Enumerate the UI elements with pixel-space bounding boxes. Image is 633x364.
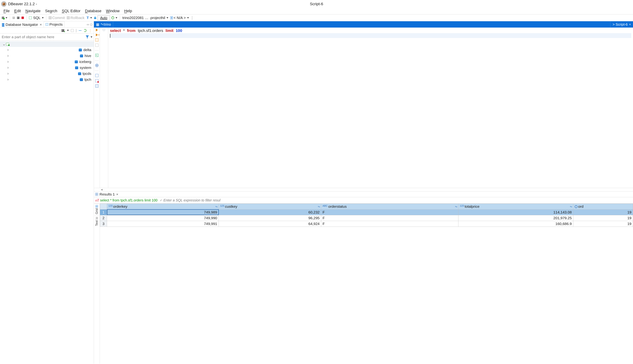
- tx-mode-button[interactable]: T: [86, 15, 93, 20]
- tree-item[interactable]: delta: [0, 47, 94, 53]
- cell[interactable]: 749,990: [107, 215, 219, 221]
- cell[interactable]: 64,924: [219, 221, 321, 226]
- menu-edit[interactable]: Edit: [14, 9, 21, 13]
- row-number[interactable]: 2: [100, 215, 107, 221]
- reconnect-button[interactable]: [16, 16, 20, 19]
- cell[interactable]: 201,979.25: [458, 215, 573, 221]
- chevron-right-icon[interactable]: [7, 66, 74, 70]
- cell[interactable]: 19: [573, 209, 633, 215]
- expand-filter-icon[interactable]: ⤢: [159, 199, 163, 202]
- maximize-view-icon[interactable]: ▢: [90, 23, 92, 26]
- results-side-tab-grid[interactable]: Grid: [95, 204, 99, 216]
- save-script-icon[interactable]: [95, 79, 99, 82]
- filter-dropdown[interactable]: [91, 36, 92, 38]
- col-header-custkey[interactable]: 123custkey▾▴: [219, 204, 321, 209]
- sort-icon[interactable]: ▾▴: [455, 206, 457, 208]
- nav-filter-input[interactable]: [0, 34, 85, 40]
- tree-connection-row[interactable]: [0, 41, 94, 47]
- results-tab[interactable]: Results 1: [100, 192, 115, 196]
- collapse-icon[interactable]: [79, 30, 82, 31]
- cell[interactable]: 19: [573, 221, 633, 226]
- cell[interactable]: 114,143.08: [458, 209, 573, 215]
- row-number[interactable]: 1: [100, 209, 107, 215]
- cell[interactable]: F: [321, 209, 458, 215]
- sort-icon[interactable]: ▾▴: [318, 206, 320, 208]
- chevron-right-icon[interactable]: [7, 48, 77, 52]
- tree-item[interactable]: iceberg: [0, 59, 94, 65]
- cell[interactable]: 60,232: [219, 209, 321, 215]
- chevron-right-icon[interactable]: [7, 60, 73, 64]
- menu-window[interactable]: Window: [106, 9, 120, 13]
- col-header-orderkey[interactable]: 123orderkey▾▴: [107, 204, 219, 209]
- schema-combo[interactable]: < N/A >: [170, 15, 190, 20]
- sort-icon[interactable]: ▾▴: [570, 206, 572, 208]
- new-folder-icon[interactable]: [71, 29, 74, 32]
- cell[interactable]: 749,991: [107, 221, 219, 226]
- menu-navigate[interactable]: Navigate: [25, 9, 41, 13]
- commit-button[interactable]: Commit: [48, 15, 66, 20]
- cell[interactable]: F: [321, 215, 458, 221]
- lock-icon[interactable]: [93, 16, 97, 19]
- cell[interactable]: F: [321, 221, 458, 226]
- results-grid[interactable]: 123orderkey▾▴ 123custkey▾▴ ABCorderstatu…: [100, 204, 633, 364]
- tx-log-button[interactable]: [111, 16, 118, 20]
- new-connection-button[interactable]: [1, 16, 8, 19]
- link-editor-icon[interactable]: ⋮: [89, 28, 92, 32]
- chevron-down-icon[interactable]: [3, 42, 5, 46]
- tab-projects[interactable]: Projects: [44, 22, 65, 27]
- results-side-tab-text[interactable]: Text: [95, 216, 99, 228]
- chevron-right-icon[interactable]: [7, 77, 78, 82]
- filter-icon[interactable]: [86, 36, 89, 38]
- disconnect-button[interactable]: [21, 16, 25, 19]
- link-script-icon[interactable]: [95, 84, 99, 88]
- menu-search[interactable]: Search: [45, 9, 57, 13]
- connection-combo[interactable]: trino2022081 … .projecthil: [122, 15, 169, 20]
- editor-hscroll[interactable]: [94, 188, 633, 191]
- chevron-right-icon[interactable]: [7, 54, 79, 58]
- table-row[interactable]: 2 749,990 96,295 F 201,979.25 19: [100, 215, 633, 221]
- rownum-header[interactable]: [100, 204, 107, 209]
- rollback-button[interactable]: Rollback: [66, 15, 85, 20]
- close-icon[interactable]: ×: [116, 192, 118, 196]
- tree-item[interactable]: hive: [0, 53, 94, 59]
- execute-script-icon[interactable]: [95, 38, 99, 42]
- settings-icon[interactable]: [95, 64, 99, 67]
- results-filter-input[interactable]: [163, 198, 633, 202]
- menu-help[interactable]: Help: [124, 9, 132, 13]
- auto-commit-combo[interactable]: Auto: [98, 15, 110, 20]
- row-number[interactable]: 3: [100, 221, 107, 226]
- sql-editor-button[interactable]: SQL: [28, 15, 44, 20]
- execute-new-tab-icon[interactable]: [96, 34, 98, 36]
- editor-tab-connection[interactable]: ▦ *<trino: [94, 21, 113, 28]
- sort-icon[interactable]: ▾▴: [215, 206, 217, 208]
- close-icon[interactable]: ×: [40, 22, 42, 27]
- tab-db-navigator[interactable]: Database Navigator ×: [0, 22, 44, 28]
- fold-icon[interactable]: −: [103, 28, 105, 31]
- menu-database[interactable]: Database: [85, 9, 101, 13]
- menu-file[interactable]: File: [4, 9, 10, 13]
- tree-item[interactable]: tpcds: [0, 71, 94, 76]
- close-icon[interactable]: ×: [629, 23, 631, 26]
- cell[interactable]: 749,989: [107, 209, 219, 215]
- col-header-ord[interactable]: ord: [573, 204, 633, 209]
- col-header-totalprice[interactable]: 123totalprice▾▴: [458, 204, 573, 209]
- connect-button[interactable]: [12, 16, 16, 19]
- tree-item[interactable]: tpch: [0, 76, 94, 82]
- cell[interactable]: 19: [573, 215, 633, 221]
- new-connection-dropdown[interactable]: [67, 30, 69, 31]
- tree-item[interactable]: system: [0, 65, 94, 71]
- explain-plan-icon[interactable]: [95, 44, 99, 47]
- table-row[interactable]: 3 749,991 64,924 F 160,686.9 19: [100, 221, 633, 226]
- chevron-right-icon[interactable]: [7, 71, 77, 76]
- execute-icon[interactable]: [96, 28, 98, 32]
- editor-tab-script[interactable]: > Script-6 ×: [610, 21, 633, 28]
- load-script-icon[interactable]: [95, 74, 99, 77]
- table-row[interactable]: 1 749,989 60,232 F 114,143.08 19: [100, 209, 633, 215]
- menu-sql-editor[interactable]: SQL Editor: [62, 9, 81, 13]
- col-header-orderstatus[interactable]: ABCorderstatus▾▴: [321, 204, 458, 209]
- cell[interactable]: 96,295: [219, 215, 321, 221]
- sql-editor[interactable]: select * from tpch.sf1.orders limit 100: [108, 28, 633, 188]
- refresh-icon[interactable]: [84, 29, 86, 32]
- show-output-icon[interactable]: [95, 54, 99, 57]
- cell[interactable]: 160,686.9: [458, 221, 573, 226]
